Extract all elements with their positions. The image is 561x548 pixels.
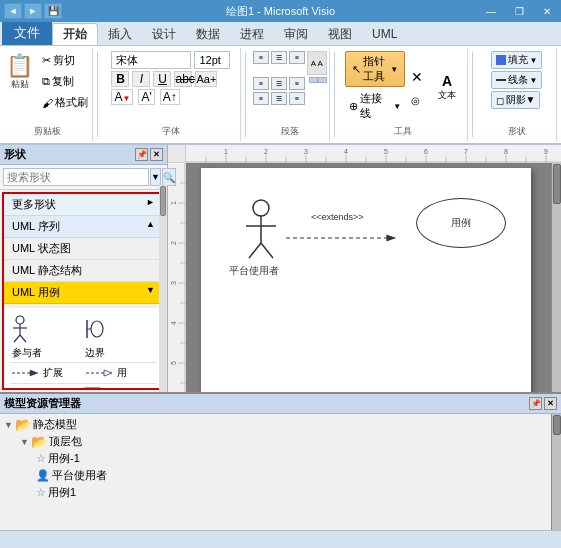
canvas-scrollbar-v: [551, 163, 561, 392]
connect-line-button[interactable]: ⊕ 连接线 ▼: [345, 89, 405, 123]
svg-line-71: [261, 243, 273, 258]
tab-data[interactable]: 数据: [186, 23, 230, 45]
tree-label-2: 用例-1: [48, 451, 80, 466]
tab-design[interactable]: 设计: [142, 23, 186, 45]
separator-2: [245, 52, 246, 137]
shape-row-1: [10, 315, 157, 343]
aa-button[interactable]: Aa+: [195, 71, 217, 87]
forward-button[interactable]: ►: [24, 3, 42, 19]
uml-state-item[interactable]: UML 状态图: [4, 238, 163, 260]
tree-label-0: 静态模型: [33, 417, 77, 432]
svg-rect-44: [168, 163, 186, 392]
fill-swatch: [496, 55, 506, 65]
actor-shape[interactable]: [10, 315, 84, 343]
paragraph-group: ≡ ☰ ≡ A A ≡ ☰ ≡ ⁝ ≡ ☰ ≡: [250, 48, 330, 141]
search-button[interactable]: 🔍: [162, 168, 176, 186]
sidebar-scroll-thumb[interactable]: [160, 186, 166, 216]
format-painter-button[interactable]: 🖌 格式刷: [38, 93, 92, 112]
font-highlight-button[interactable]: A': [138, 89, 154, 105]
tab-insert[interactable]: 插入: [98, 23, 142, 45]
restore-button[interactable]: ❐: [505, 0, 533, 22]
align-bot-center[interactable]: ☰: [271, 92, 287, 105]
pointer-icon: ↖: [352, 63, 361, 76]
model-tree: ▼ 📂 静态模型 ▼ 📂 顶层包 ☆ 用例-1 👤: [0, 414, 551, 530]
align-mid-left[interactable]: ≡: [253, 77, 269, 90]
tab-review[interactable]: 审阅: [274, 23, 318, 45]
line-button[interactable]: 线条 ▼: [491, 71, 543, 89]
italic-button[interactable]: I: [132, 71, 150, 87]
canvas-scroll-thumb-v[interactable]: [553, 164, 561, 204]
line-dropdown: ▼: [530, 76, 538, 85]
svg-text:7: 7: [464, 148, 468, 155]
copy-button[interactable]: ⧉ 复制: [38, 72, 92, 91]
align-mid-right[interactable]: ≡: [289, 77, 305, 90]
tab-uml[interactable]: UML: [362, 23, 407, 45]
align-mid-center[interactable]: ☰: [271, 77, 287, 90]
underline-button[interactable]: U: [153, 71, 171, 87]
pin-button[interactable]: 📌: [135, 148, 148, 161]
font-size-up-button[interactable]: A↑: [160, 89, 180, 105]
bottom-panel: 模型资源管理器 📌 ✕ ▼ 📂 静态模型 ▼ 📂 顶层包: [0, 392, 561, 530]
extend-shape[interactable]: 扩展: [10, 366, 84, 380]
back-button[interactable]: ◄: [4, 3, 22, 19]
cut-button[interactable]: ✂ 剪切: [38, 51, 92, 70]
bottom-scroll-thumb[interactable]: [553, 415, 561, 435]
search-input[interactable]: [3, 168, 149, 186]
note-shape[interactable]: 注释: [84, 387, 158, 390]
svg-text:5: 5: [170, 361, 177, 365]
shadow-button[interactable]: ◻ 阴影▼: [491, 91, 541, 109]
tree-platform-user[interactable]: 👤 平台使用者: [4, 467, 547, 484]
platform-user-shape[interactable]: [241, 198, 291, 298]
tree-top-package[interactable]: ▼ 📂 顶层包: [4, 433, 547, 450]
align-bot-right[interactable]: ≡: [289, 92, 305, 105]
x-button[interactable]: ✕: [409, 67, 425, 87]
paste-button[interactable]: 📋 粘贴: [4, 51, 36, 94]
bold-button[interactable]: B: [111, 71, 129, 87]
minimize-button[interactable]: —: [477, 0, 505, 22]
save-button[interactable]: 💾: [44, 3, 62, 19]
pointer-tool-button[interactable]: ↖ 指针工具 ▼: [345, 51, 405, 87]
uml-usecase-item[interactable]: UML 用例 ▼: [4, 282, 163, 304]
tab-process[interactable]: 进程: [230, 23, 274, 45]
close-button[interactable]: ✕: [533, 0, 561, 22]
fill-button[interactable]: 填充 ▼: [491, 51, 543, 69]
font-name-input[interactable]: [111, 51, 191, 69]
align-bot-left[interactable]: ≡: [253, 92, 269, 105]
align-top-left[interactable]: ≡: [253, 51, 269, 64]
align-top-right[interactable]: ≡: [289, 51, 305, 64]
svg-point-67: [253, 200, 269, 216]
uml-static-item[interactable]: UML 静态结构: [4, 260, 163, 282]
usecase-oval[interactable]: 用例: [416, 198, 506, 248]
lasso-button[interactable]: ◎: [409, 93, 425, 108]
tree-usecase-1[interactable]: ☆ 用例-1: [4, 450, 547, 467]
strikethrough-button[interactable]: abc: [174, 71, 192, 87]
svg-line-3: [14, 335, 20, 342]
boundary-shape[interactable]: [84, 318, 158, 340]
bottom-panel-pin[interactable]: 📌: [529, 397, 542, 410]
search-dropdown-button[interactable]: ▼: [150, 168, 161, 186]
tree-static-model[interactable]: ▼ 📂 静态模型: [4, 416, 547, 433]
tree-label-3: 平台使用者: [52, 468, 107, 483]
panel-close-button[interactable]: ✕: [150, 148, 163, 161]
uml-seq-item[interactable]: UML 序列 ▲: [4, 216, 163, 238]
bottom-panel-content: ▼ 📂 静态模型 ▼ 📂 顶层包 ☆ 用例-1 👤: [0, 414, 561, 530]
ribbon-tabs: 文件 开始 插入 设计 数据 进程 审阅 视图 UML: [0, 22, 561, 46]
tree-usecase-2[interactable]: ☆ 用例1: [4, 484, 547, 501]
usecase-icon-4: ☆: [36, 486, 46, 499]
font-size-input[interactable]: [194, 51, 230, 69]
line-spacing-up[interactable]: ⁝: [309, 77, 327, 83]
bottom-panel-close[interactable]: ✕: [544, 397, 557, 410]
tree-label-1: 顶层包: [49, 434, 82, 449]
pointer-tool-label: 指针工具: [363, 54, 388, 84]
more-shapes-item[interactable]: 更多形状 ►: [4, 194, 163, 216]
use-shape[interactable]: 用: [84, 366, 158, 380]
drawing-canvas[interactable]: 平台使用者 <<extends>>: [186, 163, 551, 392]
tab-home[interactable]: 开始: [52, 23, 98, 45]
text-tool-button[interactable]: A 文本: [433, 70, 461, 105]
align-top-center[interactable]: ☰: [271, 51, 287, 64]
extends-arrow[interactable]: [286, 218, 416, 258]
tab-view[interactable]: 视图: [318, 23, 362, 45]
constraint-shape[interactable]: 约束: [10, 387, 84, 390]
font-color-button[interactable]: A▼: [111, 89, 133, 105]
tab-file[interactable]: 文件: [2, 21, 52, 45]
